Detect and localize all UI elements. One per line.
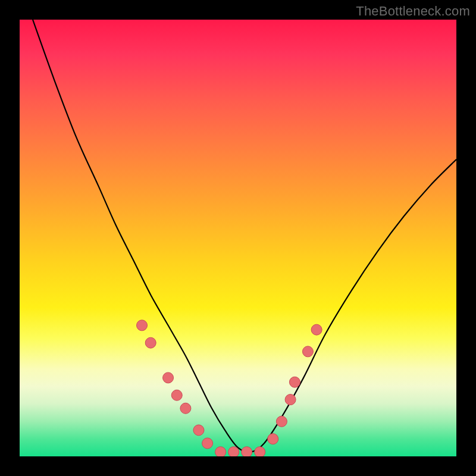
marker-dot xyxy=(268,434,278,444)
marker-dot xyxy=(193,425,204,436)
plot-area xyxy=(20,20,456,456)
marker-dot xyxy=(215,447,226,456)
marker-dot xyxy=(137,320,148,331)
bottleneck-curve xyxy=(33,20,456,452)
curve-layer xyxy=(20,20,456,456)
marker-dot xyxy=(276,416,287,427)
marker-dot xyxy=(180,403,191,414)
marker-dot xyxy=(145,337,156,348)
marker-dot xyxy=(289,377,300,387)
watermark-text: TheBottleneck.com xyxy=(356,4,470,19)
chart-frame: TheBottleneck.com xyxy=(0,0,476,476)
marker-dot xyxy=(255,447,265,456)
marker-dot xyxy=(228,447,239,456)
marker-dot xyxy=(171,390,182,400)
marker-dot xyxy=(202,438,213,449)
marker-dot xyxy=(163,372,174,383)
marker-dot xyxy=(285,394,296,405)
marker-dot xyxy=(302,346,313,357)
marker-dot xyxy=(242,447,252,456)
marker-dot xyxy=(311,324,322,335)
